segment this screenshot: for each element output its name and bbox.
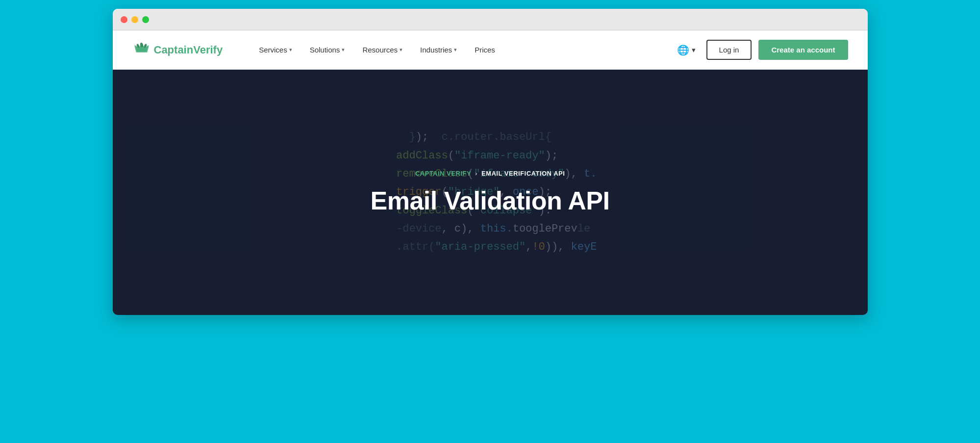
chevron-icon: ▾	[342, 47, 345, 53]
chevron-icon: ▾	[454, 47, 457, 53]
hero-content: CAPTAIN VERIFY › EMAIL VERIFICATION API …	[371, 170, 610, 215]
traffic-light-green[interactable]	[142, 16, 149, 23]
chevron-icon: ▾	[400, 47, 402, 53]
nav-links: Services ▾ Solutions ▾ Resources ▾ Indus…	[252, 42, 673, 58]
nav-item-resources[interactable]: Resources ▾	[355, 42, 409, 58]
breadcrumb: CAPTAIN VERIFY › EMAIL VERIFICATION API	[371, 170, 610, 177]
nav-item-prices[interactable]: Prices	[468, 42, 502, 58]
lang-chevron: ▾	[692, 46, 696, 54]
traffic-light-red[interactable]	[121, 16, 127, 23]
hero-section: }); c.router.baseUrl{ addClass("iframe-r…	[113, 70, 868, 315]
navbar: CaptainVerify Services ▾ Solutions ▾ Res…	[113, 30, 868, 70]
browser-chrome	[113, 9, 868, 30]
breadcrumb-current: EMAIL VERIFICATION API	[481, 170, 565, 177]
breadcrumb-home[interactable]: CAPTAIN VERIFY	[415, 170, 471, 177]
page-title: Email Validation API	[371, 186, 610, 215]
nav-item-services[interactable]: Services ▾	[252, 42, 299, 58]
browser-window: CaptainVerify Services ▾ Solutions ▾ Res…	[113, 9, 868, 315]
nav-item-solutions[interactable]: Solutions ▾	[303, 42, 352, 58]
traffic-light-yellow[interactable]	[131, 16, 138, 23]
logo[interactable]: CaptainVerify	[132, 42, 223, 58]
globe-icon: 🌐	[677, 44, 689, 56]
logo-icon	[132, 42, 151, 58]
chevron-icon: ▾	[289, 47, 292, 53]
nav-item-industries[interactable]: Industries ▾	[413, 42, 464, 58]
traffic-lights	[121, 16, 149, 23]
language-selector[interactable]: 🌐 ▾	[673, 41, 700, 59]
breadcrumb-separator: ›	[475, 170, 477, 177]
nav-actions: 🌐 ▾ Log in Create an account	[673, 40, 848, 60]
login-button[interactable]: Log in	[706, 40, 752, 60]
create-account-button[interactable]: Create an account	[758, 40, 848, 60]
logo-text: CaptainVerify	[154, 44, 223, 56]
